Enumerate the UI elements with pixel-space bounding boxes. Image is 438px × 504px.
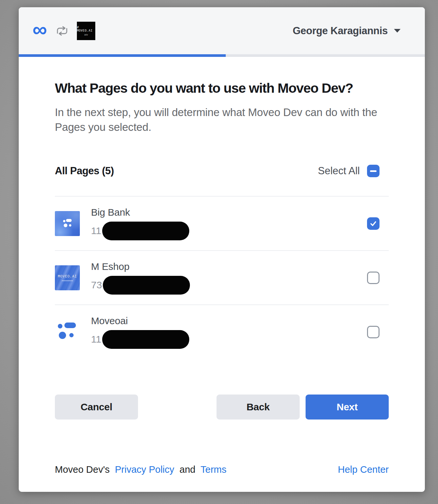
page-id-prefix: 11: [91, 334, 101, 345]
avatar-text: MOVEO.AI: [58, 274, 77, 278]
page-checkbox-m-eshop[interactable]: [367, 272, 380, 284]
dialog-footer: Moveo Dev's Privacy Policy and Terms Hel…: [55, 464, 389, 475]
next-button[interactable]: Next: [306, 395, 389, 420]
page-row-moveoai: Moveoai 11: [55, 305, 389, 359]
swap-arrows-icon: [56, 25, 69, 36]
footer-conjunction: and: [179, 464, 195, 475]
page-checkbox-big-bank[interactable]: [367, 217, 380, 230]
page-avatar-big-bank: [55, 211, 80, 236]
page-id-row: 11: [91, 330, 189, 349]
avatar-subline: [62, 280, 73, 281]
all-pages-count-label: All Pages (5): [55, 165, 114, 177]
help-center-link[interactable]: Help Center: [338, 464, 389, 475]
user-name: George Karagiannis: [293, 25, 388, 37]
app-icon-title: # MOVEO.AI: [77, 26, 95, 32]
meta-logo-icon: [33, 19, 47, 40]
check-icon: [369, 220, 377, 228]
page-name: Moveoai: [91, 315, 189, 326]
page-row-big-bank: Big Bank 11: [55, 197, 389, 250]
privacy-policy-link[interactable]: Privacy Policy: [115, 464, 174, 475]
page-id-row: 73: [91, 276, 190, 295]
dialog-actions: Cancel Back Next: [55, 395, 389, 420]
select-all-label: Select All: [318, 165, 360, 177]
user-menu[interactable]: George Karagiannis: [293, 25, 401, 37]
app-icon-subtitle: DEV: [84, 34, 88, 36]
page-avatar-m-eshop: MOVEO.AI: [55, 265, 80, 290]
back-button[interactable]: Back: [217, 395, 300, 420]
app-icon: # MOVEO.AI DEV: [77, 22, 95, 40]
footer-app-name: Moveo Dev's: [55, 464, 110, 475]
page-name: M Eshop: [91, 261, 190, 272]
select-all-checkbox[interactable]: [367, 165, 380, 177]
page-row-m-eshop: MOVEO.AI M Eshop 73: [55, 251, 389, 304]
progress-bar-fill: [19, 54, 226, 57]
page-title: What Pages do you want to use with Moveo…: [55, 80, 389, 96]
page-id-row: 11: [91, 222, 189, 240]
dialog-card: # MOVEO.AI DEV George Karagiannis What P…: [19, 7, 425, 492]
page-avatar-moveoai: [55, 320, 80, 345]
select-all-control[interactable]: Select All: [318, 165, 389, 177]
terms-link[interactable]: Terms: [200, 464, 226, 475]
page-info: Big Bank 11: [91, 207, 189, 240]
page-subtitle: In the next step, you will determine wha…: [55, 105, 385, 134]
page-info: Moveoai 11: [91, 315, 189, 349]
page-name: Big Bank: [91, 207, 189, 218]
dialog-content: What Pages do you want to use with Moveo…: [19, 80, 425, 475]
page-checkbox-moveoai[interactable]: [367, 326, 380, 338]
redaction-bar: [103, 276, 190, 295]
cancel-button[interactable]: Cancel: [55, 395, 138, 420]
page-info: M Eshop 73: [91, 261, 190, 295]
list-header-row: All Pages (5) Select All: [55, 165, 389, 177]
redaction-bar: [102, 330, 189, 349]
page-id-prefix: 73: [91, 279, 102, 291]
minus-icon: [370, 170, 377, 172]
page-id-prefix: 11: [91, 225, 101, 236]
dialog-header: # MOVEO.AI DEV George Karagiannis: [19, 7, 425, 54]
redaction-bar: [102, 222, 189, 240]
progress-bar: [19, 54, 425, 57]
footer-help: Help Center: [338, 464, 389, 475]
footer-legal: Moveo Dev's Privacy Policy and Terms: [55, 464, 229, 475]
chevron-down-icon: [393, 28, 401, 33]
